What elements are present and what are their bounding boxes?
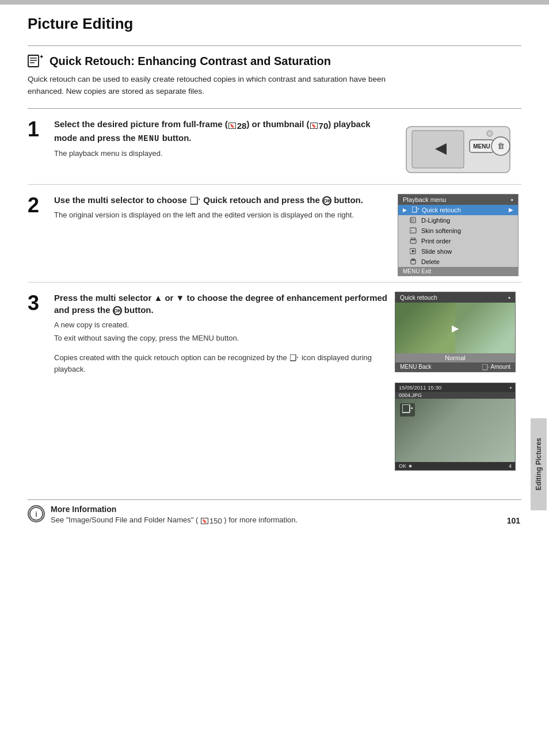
svg-rect-30: [482, 364, 487, 370]
playback-menu-footer: MENU Exit: [398, 267, 518, 276]
menu-item-slideshow-label: Slide show: [421, 248, 452, 255]
camera-menu-illustration: MENU 🗑: [401, 118, 516, 178]
pb-footer-bar: OK ★ 4: [395, 462, 515, 470]
menu-keyword-3: MENU: [192, 334, 214, 342]
pb-bat-icon: ▪: [510, 384, 512, 391]
menu-item-dlighting-label: D-Lighting: [421, 217, 450, 224]
step-2-number: 2: [28, 195, 54, 216]
quick-retouch-section-icon: ✦: [28, 54, 44, 68]
pb-info-bar: 15/05/2011 15:30 ▪: [395, 383, 515, 392]
main-content: Picture Editing ✦ Quick Retouch: Enhanci…: [0, 5, 549, 537]
svg-text:D: D: [411, 218, 414, 222]
svg-text:✦: ✦: [198, 197, 200, 201]
step-3-content: Press the multi selector ▲ or ▼ to choos…: [54, 292, 395, 375]
quick-retouch-inline-icon: ✦: [190, 197, 200, 205]
qr-image-area: ▶: [395, 303, 515, 353]
pb-footer-ok: OK ★: [399, 463, 413, 469]
step-1-title: Select the desired picture from full-fra…: [54, 118, 389, 145]
step-1-content: Select the desired picture from full-fra…: [54, 118, 395, 159]
step-3-title: Press the multi selector ▲ or ▼ to choos…: [54, 292, 389, 316]
svg-rect-15: [412, 207, 417, 212]
more-info-section: i More Information See "Image/Sound File…: [28, 499, 521, 537]
ref-70: 🔖 70: [310, 120, 329, 132]
step-1-image: MENU 🗑: [395, 118, 521, 178]
qr-arrow: ▶: [452, 322, 459, 333]
step-2-note: The original version is displayed on the…: [54, 209, 389, 221]
side-tab-inner: Editing Pictures: [531, 418, 547, 510]
more-info-page-ref: 150: [209, 517, 222, 525]
page-title: Picture Editing: [28, 15, 521, 35]
pb-image-area: ✦: [395, 399, 515, 462]
pb-retouch-icon-area: ✦: [400, 403, 415, 417]
pb-timestamp: 15/05/2011 15:30: [399, 384, 441, 391]
more-info-text: See "Image/Sound File and Folder Names" …: [51, 516, 298, 525]
more-info-icon: i: [28, 505, 45, 522]
print-icon: [410, 238, 417, 244]
pb-retouch-icon: ✦: [402, 404, 413, 414]
delete-icon: [410, 258, 417, 265]
pb-filename: 0004.JPG: [395, 392, 515, 399]
playback-menu-icon: ▪: [511, 196, 513, 203]
step-1-note: The playback menu is displayed.: [54, 148, 389, 159]
pb-counter: 4: [509, 463, 512, 469]
qr-left-image: [395, 303, 455, 353]
page-number: 101: [507, 516, 520, 525]
svg-rect-32: [402, 404, 410, 413]
section-divider: [28, 45, 521, 46]
qr-normal-label: Normal: [395, 353, 515, 362]
svg-text:✦: ✦: [410, 406, 413, 410]
svg-text:MENU: MENU: [473, 143, 490, 150]
step-1-block: 1 Select the desired picture from full-f…: [28, 109, 521, 185]
qr-amount-icon: ✦: [482, 364, 489, 371]
qr-indicator: ▪: [508, 294, 510, 301]
menu-item-delete-label: Delete: [421, 258, 440, 265]
more-info-ref: 🔖 150: [200, 517, 222, 525]
svg-text:✦: ✦: [488, 365, 489, 369]
info-circle-icon: i: [29, 506, 44, 522]
qr-amount-label: ✦ Amount: [482, 364, 510, 371]
step-3-block: 3 Press the multi selector ▲ or ▼ to cho…: [28, 282, 521, 482]
menu-item-arrow: ▶: [509, 207, 513, 213]
qr-footer-bar: MENU Back ✦ Amount: [395, 362, 515, 372]
menu-item-skin-label: Skin softening: [421, 227, 461, 234]
inline-retouch-icon: ✦: [290, 354, 298, 361]
menu-item-print-label: Print order: [421, 238, 451, 245]
ok-button-ref-2: OK: [322, 196, 331, 205]
step-3-images: Quick retouch ▪ ▶ Normal MENU Back ✦: [395, 292, 521, 471]
side-tab: Editing Pictures: [528, 173, 549, 756]
step-1-number: 1: [28, 119, 54, 140]
svg-rect-27: [412, 259, 414, 260]
playback-menu-title-text: Playback menu: [403, 196, 446, 203]
svg-rect-25: [411, 260, 415, 264]
qr-title: Quick retouch: [400, 294, 437, 301]
quick-retouch-menu-icon: ✦: [412, 207, 419, 213]
section-title: Quick Retouch: Enhancing Contrast and Sa…: [49, 55, 331, 68]
step-3-note1: A new copy is created.: [54, 319, 389, 331]
svg-text:≈: ≈: [410, 229, 413, 232]
svg-text:i: i: [35, 509, 37, 518]
svg-text:✦: ✦: [296, 356, 298, 359]
menu-item-dlighting: D D-Lighting: [398, 215, 518, 226]
side-tab-label: Editing Pictures: [535, 438, 543, 490]
menu-footer-menu: MENU: [403, 268, 420, 274]
svg-rect-28: [290, 354, 296, 361]
svg-text:🗑: 🗑: [497, 142, 505, 150]
more-info-title: More Information: [51, 505, 298, 514]
menu-keyword-1: MENU: [138, 134, 160, 143]
menu-item-quick-retouch: ✦ Quick retouch ▶: [398, 205, 518, 215]
section-heading-container: ✦ Quick Retouch: Enhancing Contrast and …: [28, 54, 521, 68]
step-3-note3: Copies created with the quick retouch op…: [54, 352, 389, 375]
menu-footer-exit: Exit: [421, 268, 431, 274]
ok-button-ref-3: OK: [113, 306, 122, 315]
menu-item-slideshow: Slide show: [398, 246, 518, 257]
step-2-title: Use the multi selector to choose ✦ Quick…: [54, 194, 389, 206]
step-2-block: 2 Use the multi selector to choose ✦ Qui…: [28, 185, 521, 282]
qr-right-image: [455, 303, 515, 353]
more-info-content: More Information See "Image/Sound File a…: [51, 505, 298, 525]
menu-item-quickretouch-label: Quick retouch: [422, 207, 461, 213]
ref-28: 🔖 28: [228, 120, 247, 132]
skin-icon: ≈: [410, 227, 417, 234]
menu-item-delete: Delete: [398, 257, 518, 267]
playback-menu-title: Playback menu ▪: [398, 194, 518, 205]
svg-marker-24: [412, 250, 415, 253]
